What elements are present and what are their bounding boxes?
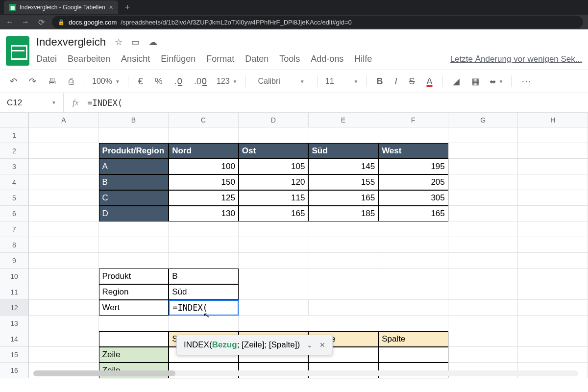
- col-header-g[interactable]: G: [448, 113, 518, 127]
- select-all-corner[interactable]: [0, 113, 29, 127]
- increase-decimal-button[interactable]: .00̲: [192, 75, 209, 88]
- paint-format-button[interactable]: ⎙: [67, 75, 76, 88]
- data-cell[interactable]: 165: [239, 206, 309, 221]
- menu-tools[interactable]: Tools: [279, 54, 300, 64]
- row-header[interactable]: 15: [0, 347, 29, 363]
- data-cell[interactable]: 115: [239, 190, 309, 206]
- menu-hilfe[interactable]: Hilfe: [354, 54, 372, 64]
- fill-color-button[interactable]: ◢: [451, 75, 462, 88]
- data-cell[interactable]: 150: [169, 174, 239, 190]
- table-row-label[interactable]: D: [99, 206, 169, 221]
- data-cell[interactable]: 165: [378, 206, 448, 221]
- row-header[interactable]: 8: [0, 237, 29, 253]
- table-header[interactable]: West: [378, 143, 448, 159]
- table-row-label[interactable]: B: [99, 174, 169, 190]
- col-header-c[interactable]: C: [169, 113, 239, 127]
- col-header-f[interactable]: F: [378, 113, 448, 127]
- menu-ansicht[interactable]: Ansicht: [121, 54, 150, 64]
- text-color-button[interactable]: A: [424, 75, 434, 88]
- row-header[interactable]: 6: [0, 206, 29, 221]
- undo-button[interactable]: ↶: [8, 75, 19, 88]
- horizontal-scrollbar[interactable]: [33, 370, 578, 376]
- close-tab-icon[interactable]: ×: [109, 3, 113, 11]
- row-header[interactable]: 9: [0, 253, 29, 269]
- row-header[interactable]: 7: [0, 221, 29, 237]
- tooltip-expand-icon[interactable]: ⌄: [307, 341, 313, 349]
- decrease-decimal-button[interactable]: .0̲: [172, 75, 184, 88]
- table-header[interactable]: Ost: [239, 143, 309, 159]
- italic-button[interactable]: I: [392, 75, 399, 88]
- row-header[interactable]: 4: [0, 174, 29, 190]
- data-cell[interactable]: 120: [239, 174, 309, 190]
- col-header-e[interactable]: E: [309, 113, 379, 127]
- menu-datei[interactable]: Datei: [36, 54, 57, 64]
- lookup-label[interactable]: Region: [99, 284, 169, 300]
- new-tab-button[interactable]: +: [118, 2, 137, 13]
- table-header[interactable]: Süd: [308, 143, 378, 159]
- sheets-logo-icon[interactable]: [6, 36, 29, 66]
- cloud-icon[interactable]: ☁: [148, 37, 157, 48]
- menu-addons[interactable]: Add-ons: [311, 54, 343, 64]
- menu-bearbeiten[interactable]: Bearbeiten: [68, 54, 110, 64]
- data-cell[interactable]: 100: [169, 159, 239, 174]
- more-toolbar-button[interactable]: ⋯: [519, 74, 534, 88]
- col-header-h[interactable]: H: [518, 113, 588, 127]
- star-icon[interactable]: ☆: [115, 37, 122, 48]
- menu-einfugen[interactable]: Einfügen: [161, 54, 196, 64]
- row-header[interactable]: 16: [0, 363, 29, 378]
- browser-tab[interactable]: ▦ Indexvergleich - Google Tabellen ×: [4, 0, 118, 14]
- document-title[interactable]: Indexvergleich: [36, 36, 106, 49]
- table-header[interactable]: Produkt/Region: [99, 143, 169, 159]
- table-header[interactable]: Nord: [169, 143, 239, 159]
- menu-format[interactable]: Format: [206, 54, 234, 64]
- scrollbar-thumb[interactable]: [33, 370, 175, 376]
- row-header[interactable]: 2: [0, 143, 29, 159]
- row-header[interactable]: 14: [0, 331, 29, 347]
- borders-button[interactable]: ▦: [469, 75, 482, 88]
- currency-button[interactable]: €: [136, 75, 145, 88]
- col-header-b[interactable]: B: [99, 113, 169, 127]
- matrix-row-label[interactable]: Zeile: [99, 347, 169, 363]
- table-row-label[interactable]: A: [99, 159, 169, 174]
- col-header-a[interactable]: A: [29, 113, 99, 127]
- lookup-value[interactable]: Süd: [169, 284, 239, 300]
- lookup-label[interactable]: Wert: [99, 300, 169, 316]
- last-edit-link[interactable]: Letzte Änderung vor wenigen Sek...: [450, 54, 582, 64]
- name-box[interactable]: C12▼: [0, 93, 64, 112]
- print-button[interactable]: 🖶: [46, 75, 59, 88]
- merge-button[interactable]: ⬌▼: [490, 77, 504, 86]
- bold-button[interactable]: B: [374, 75, 385, 88]
- menu-daten[interactable]: Daten: [245, 54, 269, 64]
- reload-button[interactable]: ⟳: [36, 18, 46, 27]
- row-header[interactable]: 13: [0, 316, 29, 331]
- data-cell[interactable]: 185: [308, 206, 378, 221]
- data-cell[interactable]: 165: [308, 190, 378, 206]
- data-cell[interactable]: 145: [308, 159, 378, 174]
- forward-button[interactable]: →: [21, 18, 30, 26]
- redo-button[interactable]: ↷: [27, 75, 38, 88]
- row-header[interactable]: 5: [0, 190, 29, 206]
- lookup-value[interactable]: B: [169, 269, 239, 284]
- data-cell[interactable]: 130: [169, 206, 239, 221]
- font-select[interactable]: Calibri▼: [254, 75, 309, 87]
- row-header[interactable]: 3: [0, 159, 29, 174]
- data-cell[interactable]: 155: [308, 174, 378, 190]
- strikethrough-button[interactable]: S: [407, 75, 416, 88]
- row-header[interactable]: 11: [0, 284, 29, 300]
- matrix-header[interactable]: Spalte: [378, 331, 448, 347]
- move-icon[interactable]: ▭: [131, 37, 140, 48]
- tooltip-close-icon[interactable]: ✕: [319, 341, 325, 349]
- percent-button[interactable]: %: [153, 75, 165, 88]
- data-cell[interactable]: 305: [378, 190, 448, 206]
- row-header[interactable]: 10: [0, 269, 29, 284]
- back-button[interactable]: ←: [5, 18, 15, 26]
- table-row-label[interactable]: C: [99, 190, 169, 206]
- lookup-label[interactable]: Produkt: [99, 269, 169, 284]
- number-format-select[interactable]: 123▼: [217, 77, 238, 86]
- row-header[interactable]: 12: [0, 300, 29, 316]
- zoom-select[interactable]: 100%▼: [92, 77, 120, 86]
- data-cell[interactable]: 205: [378, 174, 448, 190]
- url-input[interactable]: 🔒 docs.google.com/spreadsheets/d/1b2ivdA…: [52, 16, 583, 28]
- col-header-d[interactable]: D: [239, 113, 309, 127]
- data-cell[interactable]: 195: [378, 159, 448, 174]
